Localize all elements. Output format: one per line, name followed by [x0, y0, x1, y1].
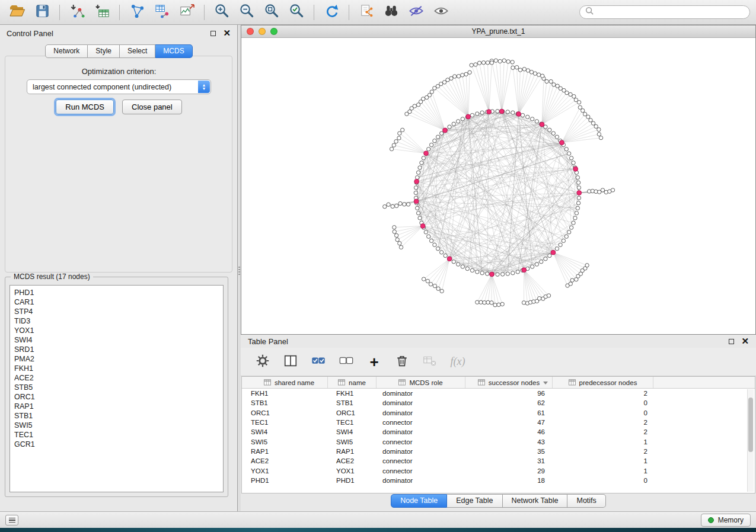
network-window-titlebar[interactable]: YPA_prune.txt_1 [241, 25, 755, 38]
table-row[interactable]: ACE2ACE2connector311 [242, 456, 755, 466]
add-row-button[interactable]: + [365, 353, 383, 371]
network-search-box[interactable] [579, 5, 750, 19]
table-cell: 2 [553, 428, 653, 435]
mcds-list-item[interactable]: ACE2 [14, 373, 223, 383]
network-graph[interactable] [241, 38, 755, 334]
delete-button[interactable] [393, 353, 411, 371]
tab-motifs[interactable]: Motifs [567, 494, 605, 508]
table-row[interactable]: YOX1YOX1connector291 [242, 466, 755, 475]
tab-mcds[interactable]: MCDS [155, 44, 192, 58]
tab-network[interactable]: Network [45, 44, 88, 58]
mcds-list-item[interactable]: SWI4 [14, 335, 223, 345]
float-panel-icon[interactable] [210, 31, 216, 36]
table-row[interactable]: SWI5SWI5connector431 [242, 437, 755, 446]
new-network-table-button[interactable] [151, 2, 173, 23]
table-cell: 35 [465, 448, 553, 455]
table-cell: RAP1 [328, 448, 377, 455]
mcds-list-item[interactable]: TID3 [14, 316, 223, 326]
network-canvas[interactable] [241, 38, 755, 334]
tab-edge-table[interactable]: Edge Table [447, 494, 502, 508]
export-image-icon [179, 3, 195, 21]
mcds-list-item[interactable]: ORC1 [14, 392, 223, 402]
mcds-list-item[interactable]: GCR1 [14, 440, 223, 449]
table-scrollbar[interactable] [747, 389, 754, 492]
scrollbar-thumb[interactable] [748, 398, 753, 452]
search-network-button[interactable] [380, 2, 403, 23]
maximize-window-icon[interactable] [270, 28, 277, 35]
mcds-list-item[interactable]: SRD1 [14, 345, 223, 354]
table-settings-button[interactable] [254, 353, 272, 371]
table-cell: FKH1 [242, 390, 328, 397]
tab-network-table[interactable]: Network Table [503, 494, 568, 508]
table-row[interactable]: RAP1RAP1dominator352 [242, 447, 755, 456]
float-table-panel-icon[interactable] [729, 339, 734, 344]
mcds-list-item[interactable]: FKH1 [14, 364, 223, 373]
mcds-list-item[interactable]: SWI5 [14, 421, 223, 430]
optimization-criterion-dropdown[interactable]: largest connected component (undirected)… [27, 79, 211, 94]
close-panel-icon[interactable]: ✕ [223, 30, 231, 36]
zoom-selected-button[interactable] [285, 2, 308, 23]
memory-button[interactable]: Memory [701, 514, 751, 527]
mcds-list-item[interactable]: STB5 [14, 383, 223, 392]
close-panel-button[interactable]: Close panel [122, 100, 182, 114]
column-header-predecessor-nodes[interactable]: predecessor nodes [553, 377, 653, 388]
mcds-list-item[interactable]: RAP1 [14, 402, 223, 411]
select-all-button[interactable] [310, 353, 327, 371]
zoom-out-icon [239, 3, 255, 21]
mcds-list-item[interactable]: TEC1 [14, 430, 223, 440]
mcds-list-item[interactable]: PMA2 [14, 354, 223, 364]
refresh-view-button[interactable] [320, 2, 343, 23]
zoom-out-button[interactable] [235, 2, 258, 23]
run-mcds-button[interactable]: Run MCDS [56, 100, 114, 114]
column-header-mcds-role[interactable]: MCDS role [377, 377, 465, 388]
zoom-fit-button[interactable] [260, 2, 283, 23]
copy-document-button[interactable] [355, 2, 378, 23]
show-all-button[interactable] [430, 2, 452, 23]
mcds-list-item[interactable]: PHD1 [14, 288, 223, 297]
show-columns-button[interactable] [282, 353, 299, 371]
mcds-list-item[interactable]: STP4 [14, 307, 223, 316]
close-window-icon[interactable] [247, 28, 254, 35]
table-cell: 1 [553, 457, 653, 464]
table-row[interactable]: FKH1FKH1dominator962 [242, 389, 755, 398]
table-cell: 0 [553, 477, 653, 484]
column-header-successor-nodes[interactable]: successor nodes [465, 377, 553, 388]
search-input[interactable] [598, 8, 744, 17]
new-network-button[interactable] [126, 2, 148, 23]
minimize-window-icon[interactable] [259, 28, 266, 35]
table-row[interactable]: ORC1ORC1dominator610 [242, 408, 755, 418]
close-table-panel-icon[interactable]: ✕ [741, 338, 749, 344]
table-row[interactable]: SWI4SWI4dominator462 [242, 427, 755, 437]
table-cell: YOX1 [242, 467, 328, 475]
deselect-all-button[interactable] [337, 353, 355, 371]
export-image-button[interactable] [176, 2, 198, 23]
mcds-list-item[interactable]: STB1 [14, 411, 223, 421]
import-table-button[interactable] [91, 2, 113, 23]
tab-select[interactable]: Select [120, 44, 155, 58]
table-header-row: shared name name MCDS role successor nod… [242, 377, 755, 389]
open-file-button[interactable] [6, 2, 28, 23]
table-row[interactable]: TEC1TEC1connector472 [242, 418, 755, 427]
tab-style[interactable]: Style [88, 44, 120, 58]
column-header-shared-name[interactable]: shared name [242, 377, 328, 388]
tab-node-table[interactable]: Node Table [391, 494, 447, 508]
table-row[interactable]: STB1STB1dominator620 [242, 398, 755, 408]
deselect-all-checks-icon [339, 353, 354, 371]
mcds-list-item[interactable]: YOX1 [14, 326, 223, 335]
task-history-button[interactable] [5, 515, 18, 525]
save-session-button[interactable] [31, 2, 53, 23]
column-header-name[interactable]: name [328, 377, 377, 388]
hide-selected-button[interactable] [405, 2, 428, 23]
zoom-in-button[interactable] [210, 2, 233, 23]
import-table-icon [94, 3, 110, 21]
import-network-button[interactable] [66, 2, 88, 23]
mcds-result-list[interactable]: PHD1CAR1STP4TID3YOX1SWI4SRD1PMA2FKH1ACE2… [9, 285, 224, 492]
table-cell: connector [377, 457, 465, 464]
mcds-list-item[interactable]: CAR1 [14, 297, 223, 307]
network-window-title: YPA_prune.txt_1 [472, 27, 525, 36]
binoculars-icon [383, 3, 400, 21]
table-cell: FKH1 [328, 390, 377, 397]
table-cell: 43 [465, 438, 553, 446]
table-row[interactable]: PHD1PHD1dominator180 [242, 476, 755, 485]
memory-status-icon [708, 517, 714, 523]
